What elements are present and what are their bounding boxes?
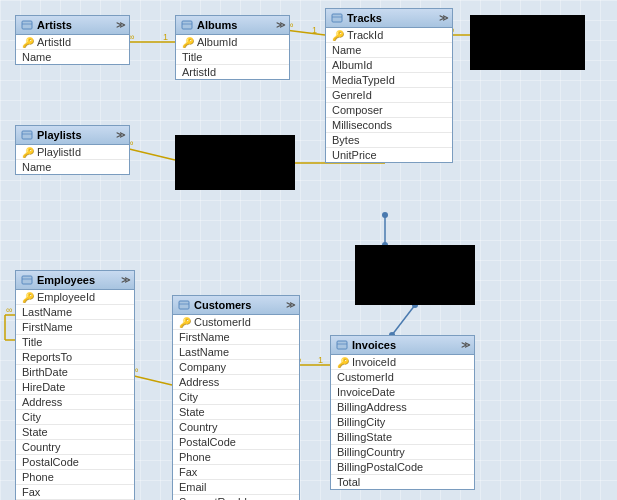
table-albums-menu[interactable]: ≫: [276, 20, 285, 30]
key-icon: 🔑: [179, 317, 191, 328]
table-row: Country: [16, 440, 134, 455]
table-row: Address: [173, 375, 299, 390]
key-icon: 🔑: [22, 292, 34, 303]
table-invoices-title: Invoices: [352, 339, 396, 351]
table-artists-title: Artists: [37, 19, 72, 31]
table-row: Fax: [173, 465, 299, 480]
table-icon-artists: [20, 18, 34, 32]
table-albums[interactable]: Albums ≫ 🔑 AlbumId Title ArtistId: [175, 15, 290, 80]
black-box-1: [470, 15, 585, 70]
key-icon: 🔑: [22, 147, 34, 158]
table-row: Phone: [173, 450, 299, 465]
table-invoices-header: Invoices ≫: [331, 336, 474, 355]
table-artists[interactable]: Artists ≫ 🔑 ArtistId Name: [15, 15, 130, 65]
key-icon: 🔑: [332, 30, 344, 41]
table-row: 🔑 AlbumId: [176, 35, 289, 50]
table-icon-albums: [180, 18, 194, 32]
table-invoices-menu[interactable]: ≫: [461, 340, 470, 350]
table-icon-employees: [20, 273, 34, 287]
svg-rect-33: [22, 131, 32, 139]
table-row: ArtistId: [176, 65, 289, 79]
table-tracks-menu[interactable]: ≫: [439, 13, 448, 23]
black-box-2: [175, 135, 295, 190]
svg-line-15: [130, 375, 172, 385]
table-artists-menu[interactable]: ≫: [116, 20, 125, 30]
table-tracks-header: Tracks ≫: [326, 9, 452, 28]
table-row: Milliseconds: [326, 118, 452, 133]
table-row: BillingCity: [331, 415, 474, 430]
svg-rect-39: [337, 341, 347, 349]
table-playlists-header: Playlists ≫: [16, 126, 129, 145]
table-playlists-menu[interactable]: ≫: [116, 130, 125, 140]
table-playlists[interactable]: Playlists ≫ 🔑 PlaylistId Name: [15, 125, 130, 175]
table-employees[interactable]: Employees ≫ 🔑 EmployeeId LastName FirstN…: [15, 270, 135, 500]
table-albums-title: Albums: [197, 19, 237, 31]
table-row: Address: [16, 395, 134, 410]
table-row: LastName: [16, 305, 134, 320]
table-row: LastName: [173, 345, 299, 360]
table-row: Company: [173, 360, 299, 375]
svg-text:1: 1: [318, 355, 323, 365]
table-invoices[interactable]: Invoices ≫ 🔑 InvoiceId CustomerId Invoic…: [330, 335, 475, 490]
table-row: Total: [331, 475, 474, 489]
svg-text:1: 1: [312, 25, 317, 35]
svg-line-8: [125, 148, 175, 160]
table-albums-header: Albums ≫: [176, 16, 289, 35]
svg-text:1: 1: [163, 32, 168, 42]
table-row: InvoiceDate: [331, 385, 474, 400]
table-row: 🔑 TrackId: [326, 28, 452, 43]
table-row: Bytes: [326, 133, 452, 148]
table-icon-playlists: [20, 128, 34, 142]
table-icon-tracks: [330, 11, 344, 25]
table-row: AlbumId: [326, 58, 452, 73]
key-icon: 🔑: [182, 37, 194, 48]
table-row: GenreId: [326, 88, 452, 103]
table-row: 🔑 CustomerId: [173, 315, 299, 330]
svg-point-14: [382, 212, 388, 218]
table-employees-header: Employees ≫: [16, 271, 134, 290]
key-icon: 🔑: [22, 37, 34, 48]
table-row: 🔑 PlaylistId: [16, 145, 129, 160]
table-row: State: [16, 425, 134, 440]
table-row: 🔑 InvoiceId: [331, 355, 474, 370]
table-row: CustomerId: [331, 370, 474, 385]
table-row: Title: [16, 335, 134, 350]
table-row: Fax: [16, 485, 134, 500]
table-row: 🔑 EmployeeId: [16, 290, 134, 305]
table-playlists-title: Playlists: [37, 129, 82, 141]
table-row: FirstName: [16, 320, 134, 335]
table-row: MediaTypeId: [326, 73, 452, 88]
table-row: BillingAddress: [331, 400, 474, 415]
table-customers-title: Customers: [194, 299, 251, 311]
svg-rect-31: [332, 14, 342, 22]
table-row: City: [16, 410, 134, 425]
table-row: Email: [173, 480, 299, 495]
svg-line-3: [285, 30, 325, 35]
table-row: BirthDate: [16, 365, 134, 380]
svg-rect-37: [179, 301, 189, 309]
table-icon-customers: [177, 298, 191, 312]
table-row: SupportRepId: [173, 495, 299, 500]
table-tracks-title: Tracks: [347, 12, 382, 24]
table-customers[interactable]: Customers ≫ 🔑 CustomerId FirstName LastN…: [172, 295, 300, 500]
table-row: Composer: [326, 103, 452, 118]
table-employees-menu[interactable]: ≫: [121, 275, 130, 285]
table-row: BillingCountry: [331, 445, 474, 460]
svg-rect-29: [182, 21, 192, 29]
table-row: Name: [16, 50, 129, 64]
table-customers-menu[interactable]: ≫: [286, 300, 295, 310]
table-row: UnitPrice: [326, 148, 452, 162]
table-row: State: [173, 405, 299, 420]
table-row: PostalCode: [16, 455, 134, 470]
table-row: Name: [16, 160, 129, 174]
svg-text:∞: ∞: [6, 305, 12, 315]
svg-line-20: [392, 305, 415, 335]
table-tracks[interactable]: Tracks ≫ 🔑 TrackId Name AlbumId MediaTyp…: [325, 8, 453, 163]
black-box-3: [355, 245, 475, 305]
svg-rect-35: [22, 276, 32, 284]
table-row: HireDate: [16, 380, 134, 395]
table-row: Title: [176, 50, 289, 65]
table-row: City: [173, 390, 299, 405]
table-row: Country: [173, 420, 299, 435]
table-row: ReportsTo: [16, 350, 134, 365]
